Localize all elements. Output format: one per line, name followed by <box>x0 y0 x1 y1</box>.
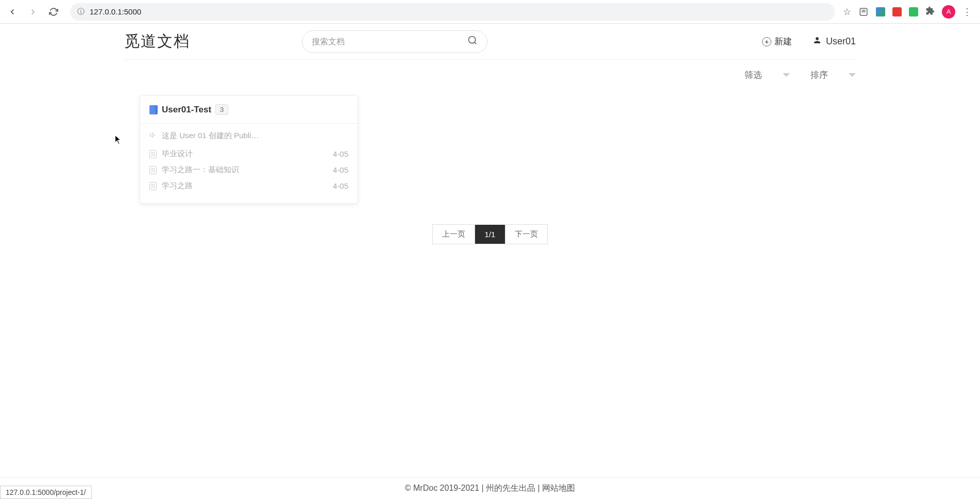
browser-toolbar: ⓘ 127.0.0.1:5000 ☆ A ⋮ <box>0 0 980 24</box>
document-icon <box>149 182 157 190</box>
user-icon <box>813 36 822 47</box>
doc-date: 4-05 <box>333 149 348 158</box>
search-icon[interactable] <box>467 35 478 48</box>
chrome-actions: ☆ A ⋮ <box>843 5 976 19</box>
new-button-label: 新建 <box>774 36 792 47</box>
plus-circle-icon: + <box>762 37 771 46</box>
evernote-extension-icon[interactable] <box>909 7 918 16</box>
svg-line-2 <box>475 42 477 44</box>
info-icon[interactable]: ⓘ <box>77 7 85 16</box>
document-icon <box>149 166 157 174</box>
new-button[interactable]: + 新建 <box>762 36 792 47</box>
user-menu[interactable]: User01 <box>813 36 856 47</box>
profile-avatar-icon[interactable]: A <box>942 5 955 19</box>
filter-bar: 筛选 排序 <box>124 60 856 90</box>
ublock-extension-icon[interactable] <box>892 7 902 16</box>
sort-label: 排序 <box>810 69 828 81</box>
translate-extension-icon[interactable] <box>876 7 885 16</box>
document-icon <box>149 150 157 158</box>
extensions-icon[interactable] <box>925 6 935 18</box>
page-header: 觅道文档 + 新建 User01 <box>124 24 856 60</box>
next-page-button[interactable]: 下一页 <box>505 224 548 244</box>
reader-extension-icon[interactable] <box>858 7 869 17</box>
book-icon <box>149 105 158 114</box>
project-card: User01-Test 3 这是 User 01 创建的 Publi… 毕业设计… <box>140 95 358 204</box>
prev-page-button[interactable]: 上一页 <box>432 224 475 244</box>
svg-point-1 <box>469 37 476 43</box>
description-text: 这是 User 01 创建的 Publi… <box>162 131 259 141</box>
forward-button[interactable] <box>25 4 41 20</box>
doc-name: 学习之路 <box>162 181 193 191</box>
username-label: User01 <box>826 36 856 47</box>
doc-name: 毕业设计 <box>162 149 193 159</box>
card-header: User01-Test 3 <box>140 96 358 124</box>
bookmark-star-icon[interactable]: ☆ <box>843 6 851 18</box>
search-box <box>302 30 487 53</box>
filter-dropdown[interactable]: 筛选 <box>745 69 790 81</box>
project-title[interactable]: User01-Test <box>162 105 211 115</box>
project-description: 这是 User 01 创建的 Publi… <box>149 131 348 141</box>
sort-dropdown[interactable]: 排序 <box>810 69 856 81</box>
chevron-down-icon <box>783 73 790 77</box>
reload-button[interactable] <box>45 4 62 20</box>
doc-row[interactable]: 毕业设计 4-05 <box>149 146 348 162</box>
card-body: 这是 User 01 创建的 Publi… 毕业设计 4-05 学习之路一：基础… <box>140 124 358 203</box>
doc-count-badge: 3 <box>215 104 228 115</box>
doc-date: 4-05 <box>333 165 348 174</box>
chrome-menu-icon[interactable]: ⋮ <box>962 6 972 18</box>
url-text: 127.0.0.1:5000 <box>90 7 141 16</box>
cards-area: User01-Test 3 这是 User 01 创建的 Publi… 毕业设计… <box>124 90 856 250</box>
back-button[interactable] <box>4 4 21 20</box>
site-logo[interactable]: 觅道文档 <box>124 31 190 52</box>
filter-label: 筛选 <box>745 69 762 81</box>
doc-row[interactable]: 学习之路 4-05 <box>149 178 348 194</box>
speaker-icon <box>149 131 157 140</box>
pagination: 上一页 1/1 下一页 <box>140 224 840 244</box>
search-input[interactable] <box>312 37 467 46</box>
chevron-down-icon <box>849 73 856 77</box>
doc-date: 4-05 <box>333 181 348 190</box>
svg-marker-3 <box>150 133 153 137</box>
address-bar[interactable]: ⓘ 127.0.0.1:5000 <box>70 3 835 21</box>
doc-name: 学习之路一：基础知识 <box>162 165 239 175</box>
doc-row[interactable]: 学习之路一：基础知识 4-05 <box>149 162 348 178</box>
current-page: 1/1 <box>475 225 505 244</box>
